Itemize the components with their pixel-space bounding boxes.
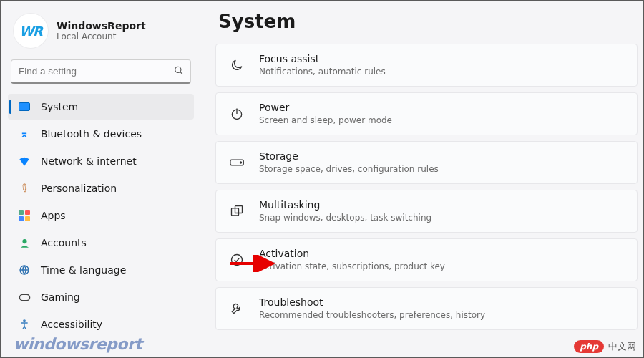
svg-point-12 — [232, 255, 243, 266]
sidebar-item-network[interactable]: Network & internet — [8, 148, 194, 174]
profile-name: WindowsReport — [57, 20, 146, 32]
card-subtitle: Snap windows, desktops, task switching — [259, 212, 431, 223]
page-title: System — [215, 11, 638, 32]
sidebar-item-label: Network & internet — [41, 155, 137, 167]
sidebar-item-bluetooth[interactable]: ⌅Bluetooth & devices — [8, 121, 194, 147]
svg-line-1 — [180, 72, 182, 74]
svg-point-0 — [175, 67, 181, 72]
card-subtitle: Storage space, drives, configuration rul… — [259, 163, 439, 175]
card-subtitle: Screen and sleep, power mode — [259, 115, 392, 126]
sidebar-item-label: Gaming — [41, 291, 80, 303]
card-power[interactable]: PowerScreen and sleep, power mode — [215, 92, 638, 135]
card-title: Storage — [259, 150, 439, 163]
profile-text: WindowsReport Local Account — [57, 20, 146, 42]
svg-rect-4 — [19, 294, 29, 301]
bluetooth-icon: ⌅ — [18, 127, 31, 140]
apps-icon — [18, 209, 31, 222]
sidebar-item-personalization[interactable]: ✎Personalization — [8, 175, 194, 201]
sidebar-item-label: Accessibility — [41, 319, 102, 330]
search-container — [11, 59, 191, 84]
card-subtitle: Recommended troubleshooters, preferences… — [259, 309, 485, 321]
svg-point-2 — [22, 238, 26, 243]
nav-list: System ⌅Bluetooth & devices Network & in… — [8, 94, 194, 337]
profile-subtitle: Local Account — [57, 32, 146, 42]
card-title: Activation — [259, 248, 445, 261]
check-circle-icon — [228, 251, 246, 269]
wrench-icon — [228, 299, 246, 318]
card-title: Multitasking — [259, 199, 431, 212]
sidebar-item-gaming[interactable]: Gaming — [8, 284, 194, 310]
card-title: Troubleshoot — [259, 296, 485, 309]
svg-point-5 — [24, 320, 26, 322]
drive-icon — [228, 153, 246, 172]
sidebar-item-label: System — [41, 101, 78, 112]
globe-icon — [18, 263, 31, 276]
search-icon — [174, 66, 184, 78]
sidebar-item-accessibility[interactable]: Accessibility — [8, 311, 194, 337]
user-icon — [18, 236, 31, 249]
card-subtitle: Notifications, automatic rules — [259, 66, 386, 77]
card-title: Power — [259, 102, 392, 115]
sidebar-item-label: Bluetooth & devices — [41, 128, 142, 140]
search-input[interactable] — [11, 59, 191, 84]
sidebar-item-label: Time & language — [41, 264, 126, 276]
wifi-icon — [18, 155, 31, 168]
card-multitasking[interactable]: MultitaskingSnap windows, desktops, task… — [215, 190, 638, 233]
sidebar-item-apps[interactable]: Apps — [8, 203, 194, 228]
sidebar-item-time[interactable]: Time & language — [8, 257, 194, 283]
sidebar-item-accounts[interactable]: Accounts — [8, 230, 194, 256]
power-icon — [228, 105, 246, 123]
card-troubleshoot[interactable]: TroubleshootRecommended troubleshooters,… — [215, 287, 638, 330]
sidebar-item-label: Apps — [41, 210, 66, 221]
main-content: System Focus assistNotifications, automa… — [201, 1, 643, 357]
brush-icon: ✎ — [15, 179, 33, 197]
gamepad-icon — [18, 291, 31, 304]
accessibility-icon — [18, 318, 31, 331]
sidebar-item-label: Personalization — [41, 183, 117, 194]
sidebar-item-label: Accounts — [41, 237, 87, 248]
avatar-text: WR — [19, 24, 42, 39]
svg-point-9 — [240, 162, 242, 163]
card-activation[interactable]: ActivationActivation state, subscription… — [215, 238, 638, 281]
sidebar: WR WindowsReport Local Account System ⌅B… — [1, 1, 201, 357]
settings-card-list: Focus assistNotifications, automatic rul… — [215, 44, 638, 330]
profile-block[interactable]: WR WindowsReport Local Account — [8, 11, 194, 59]
sidebar-item-system[interactable]: System — [8, 94, 194, 120]
card-subtitle: Activation state, subscriptions, product… — [259, 261, 445, 272]
card-storage[interactable]: StorageStorage space, drives, configurat… — [215, 141, 638, 184]
multitask-icon — [228, 202, 246, 221]
avatar: WR — [14, 14, 48, 48]
settings-window: WR WindowsReport Local Account System ⌅B… — [1, 1, 643, 357]
monitor-icon — [18, 100, 31, 113]
card-title: Focus assist — [259, 53, 386, 66]
moon-icon — [228, 56, 246, 74]
card-focus-assist[interactable]: Focus assistNotifications, automatic rul… — [215, 44, 638, 87]
